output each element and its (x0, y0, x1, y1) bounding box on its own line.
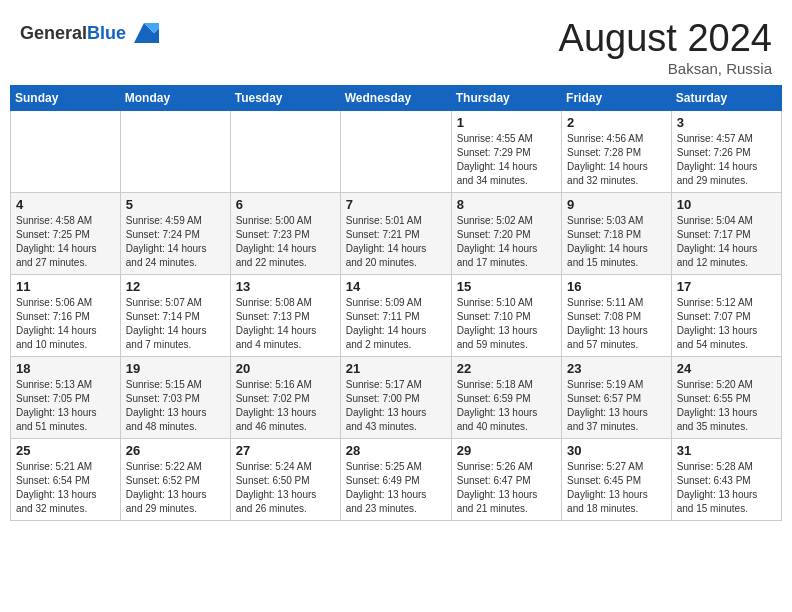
day-cell: 19Sunrise: 5:15 AMSunset: 7:03 PMDayligh… (120, 356, 230, 438)
day-number: 14 (346, 279, 446, 294)
logo-general: General (20, 23, 87, 43)
day-info: Sunrise: 5:26 AMSunset: 6:47 PMDaylight:… (457, 460, 556, 516)
day-number: 3 (677, 115, 776, 130)
day-info: Sunrise: 5:08 AMSunset: 7:13 PMDaylight:… (236, 296, 335, 352)
weekday-header-saturday: Saturday (671, 85, 781, 110)
day-info: Sunrise: 5:15 AMSunset: 7:03 PMDaylight:… (126, 378, 225, 434)
day-info: Sunrise: 5:19 AMSunset: 6:57 PMDaylight:… (567, 378, 666, 434)
day-cell: 18Sunrise: 5:13 AMSunset: 7:05 PMDayligh… (11, 356, 121, 438)
logo-icon (129, 18, 159, 48)
day-number: 7 (346, 197, 446, 212)
day-info: Sunrise: 5:07 AMSunset: 7:14 PMDaylight:… (126, 296, 225, 352)
day-info: Sunrise: 5:27 AMSunset: 6:45 PMDaylight:… (567, 460, 666, 516)
weekday-header-thursday: Thursday (451, 85, 561, 110)
day-cell: 28Sunrise: 5:25 AMSunset: 6:49 PMDayligh… (340, 438, 451, 520)
day-cell: 15Sunrise: 5:10 AMSunset: 7:10 PMDayligh… (451, 274, 561, 356)
day-cell: 17Sunrise: 5:12 AMSunset: 7:07 PMDayligh… (671, 274, 781, 356)
title-block: August 2024 Baksan, Russia (559, 18, 772, 77)
day-info: Sunrise: 5:12 AMSunset: 7:07 PMDaylight:… (677, 296, 776, 352)
day-info: Sunrise: 5:22 AMSunset: 6:52 PMDaylight:… (126, 460, 225, 516)
day-cell: 27Sunrise: 5:24 AMSunset: 6:50 PMDayligh… (230, 438, 340, 520)
weekday-header-tuesday: Tuesday (230, 85, 340, 110)
day-cell (120, 110, 230, 192)
day-number: 5 (126, 197, 225, 212)
day-cell: 31Sunrise: 5:28 AMSunset: 6:43 PMDayligh… (671, 438, 781, 520)
day-number: 31 (677, 443, 776, 458)
day-number: 12 (126, 279, 225, 294)
week-row-2: 4Sunrise: 4:58 AMSunset: 7:25 PMDaylight… (11, 192, 782, 274)
day-number: 17 (677, 279, 776, 294)
day-info: Sunrise: 5:18 AMSunset: 6:59 PMDaylight:… (457, 378, 556, 434)
day-cell: 13Sunrise: 5:08 AMSunset: 7:13 PMDayligh… (230, 274, 340, 356)
day-cell: 24Sunrise: 5:20 AMSunset: 6:55 PMDayligh… (671, 356, 781, 438)
day-number: 19 (126, 361, 225, 376)
day-info: Sunrise: 4:56 AMSunset: 7:28 PMDaylight:… (567, 132, 666, 188)
day-info: Sunrise: 5:06 AMSunset: 7:16 PMDaylight:… (16, 296, 115, 352)
day-number: 25 (16, 443, 115, 458)
day-number: 24 (677, 361, 776, 376)
day-info: Sunrise: 5:24 AMSunset: 6:50 PMDaylight:… (236, 460, 335, 516)
day-info: Sunrise: 5:17 AMSunset: 7:00 PMDaylight:… (346, 378, 446, 434)
day-cell: 6Sunrise: 5:00 AMSunset: 7:23 PMDaylight… (230, 192, 340, 274)
week-row-3: 11Sunrise: 5:06 AMSunset: 7:16 PMDayligh… (11, 274, 782, 356)
weekday-header-sunday: Sunday (11, 85, 121, 110)
day-info: Sunrise: 5:28 AMSunset: 6:43 PMDaylight:… (677, 460, 776, 516)
day-info: Sunrise: 5:20 AMSunset: 6:55 PMDaylight:… (677, 378, 776, 434)
month-title: August 2024 (559, 18, 772, 60)
day-cell: 12Sunrise: 5:07 AMSunset: 7:14 PMDayligh… (120, 274, 230, 356)
day-cell: 3Sunrise: 4:57 AMSunset: 7:26 PMDaylight… (671, 110, 781, 192)
day-info: Sunrise: 5:04 AMSunset: 7:17 PMDaylight:… (677, 214, 776, 270)
day-cell: 8Sunrise: 5:02 AMSunset: 7:20 PMDaylight… (451, 192, 561, 274)
day-number: 26 (126, 443, 225, 458)
day-cell: 23Sunrise: 5:19 AMSunset: 6:57 PMDayligh… (562, 356, 672, 438)
day-number: 21 (346, 361, 446, 376)
day-cell: 30Sunrise: 5:27 AMSunset: 6:45 PMDayligh… (562, 438, 672, 520)
day-cell: 20Sunrise: 5:16 AMSunset: 7:02 PMDayligh… (230, 356, 340, 438)
day-info: Sunrise: 5:10 AMSunset: 7:10 PMDaylight:… (457, 296, 556, 352)
day-cell: 21Sunrise: 5:17 AMSunset: 7:00 PMDayligh… (340, 356, 451, 438)
day-number: 22 (457, 361, 556, 376)
day-info: Sunrise: 5:01 AMSunset: 7:21 PMDaylight:… (346, 214, 446, 270)
day-number: 9 (567, 197, 666, 212)
day-cell (11, 110, 121, 192)
day-number: 6 (236, 197, 335, 212)
day-info: Sunrise: 5:09 AMSunset: 7:11 PMDaylight:… (346, 296, 446, 352)
week-row-5: 25Sunrise: 5:21 AMSunset: 6:54 PMDayligh… (11, 438, 782, 520)
week-row-1: 1Sunrise: 4:55 AMSunset: 7:29 PMDaylight… (11, 110, 782, 192)
day-cell: 10Sunrise: 5:04 AMSunset: 7:17 PMDayligh… (671, 192, 781, 274)
day-number: 20 (236, 361, 335, 376)
day-number: 27 (236, 443, 335, 458)
day-info: Sunrise: 5:25 AMSunset: 6:49 PMDaylight:… (346, 460, 446, 516)
day-cell: 2Sunrise: 4:56 AMSunset: 7:28 PMDaylight… (562, 110, 672, 192)
calendar: SundayMondayTuesdayWednesdayThursdayFrid… (10, 85, 782, 521)
day-cell: 5Sunrise: 4:59 AMSunset: 7:24 PMDaylight… (120, 192, 230, 274)
day-number: 15 (457, 279, 556, 294)
day-number: 8 (457, 197, 556, 212)
day-cell: 14Sunrise: 5:09 AMSunset: 7:11 PMDayligh… (340, 274, 451, 356)
day-info: Sunrise: 5:02 AMSunset: 7:20 PMDaylight:… (457, 214, 556, 270)
day-info: Sunrise: 5:03 AMSunset: 7:18 PMDaylight:… (567, 214, 666, 270)
logo-blue: Blue (87, 23, 126, 43)
day-info: Sunrise: 5:16 AMSunset: 7:02 PMDaylight:… (236, 378, 335, 434)
day-cell (340, 110, 451, 192)
day-number: 28 (346, 443, 446, 458)
day-number: 23 (567, 361, 666, 376)
day-cell: 1Sunrise: 4:55 AMSunset: 7:29 PMDaylight… (451, 110, 561, 192)
day-number: 1 (457, 115, 556, 130)
location: Baksan, Russia (559, 60, 772, 77)
day-cell: 22Sunrise: 5:18 AMSunset: 6:59 PMDayligh… (451, 356, 561, 438)
header: GeneralBlue August 2024 Baksan, Russia (10, 10, 782, 77)
weekday-header-friday: Friday (562, 85, 672, 110)
day-number: 30 (567, 443, 666, 458)
week-row-4: 18Sunrise: 5:13 AMSunset: 7:05 PMDayligh… (11, 356, 782, 438)
day-cell: 4Sunrise: 4:58 AMSunset: 7:25 PMDaylight… (11, 192, 121, 274)
day-info: Sunrise: 4:59 AMSunset: 7:24 PMDaylight:… (126, 214, 225, 270)
day-info: Sunrise: 4:55 AMSunset: 7:29 PMDaylight:… (457, 132, 556, 188)
day-number: 13 (236, 279, 335, 294)
day-cell: 11Sunrise: 5:06 AMSunset: 7:16 PMDayligh… (11, 274, 121, 356)
day-number: 11 (16, 279, 115, 294)
weekday-header-row: SundayMondayTuesdayWednesdayThursdayFrid… (11, 85, 782, 110)
day-info: Sunrise: 5:13 AMSunset: 7:05 PMDaylight:… (16, 378, 115, 434)
day-cell: 25Sunrise: 5:21 AMSunset: 6:54 PMDayligh… (11, 438, 121, 520)
day-number: 10 (677, 197, 776, 212)
